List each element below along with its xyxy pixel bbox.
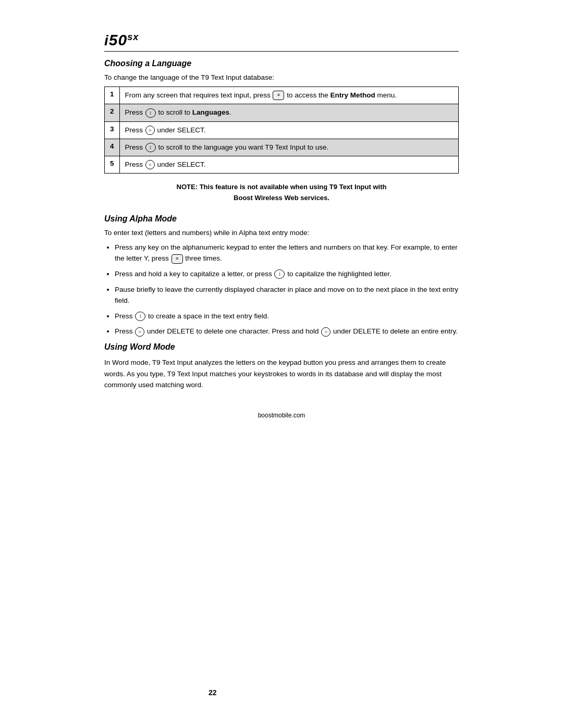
- step-content-1: From any screen that requires text input…: [119, 87, 458, 104]
- title-divider: [104, 51, 459, 52]
- footer-url: boostmobile.com: [258, 412, 305, 419]
- choosing-language-steps: 1 From any screen that requires text inp…: [104, 87, 459, 174]
- choosing-language-section: Choosing a Language To change the langua…: [104, 59, 459, 204]
- word-mode-section: Using Word Mode In Word mode, T9 Text In…: [104, 342, 459, 391]
- footer: boostmobile.com: [104, 412, 459, 419]
- table-row: 4 Press ↕ to scroll to the language you …: [105, 139, 459, 156]
- delete-icon-1: ○: [135, 327, 144, 337]
- list-item: Press and hold a key to capitalize a let…: [115, 268, 459, 280]
- title-i: i: [104, 32, 109, 48]
- table-row: 2 Press ↕ to scroll to Languages.: [105, 104, 459, 121]
- choosing-language-heading: Choosing a Language: [104, 59, 459, 68]
- step-content-5: Press ○ under SELECT.: [119, 156, 458, 174]
- entry-method-icon: ≡: [273, 91, 284, 100]
- space-icon: ↕: [135, 312, 145, 321]
- word-mode-heading: Using Word Mode: [104, 342, 459, 352]
- step-num-4: 4: [105, 139, 120, 156]
- list-item: Press ○ under DELETE to delete one chara…: [115, 326, 459, 337]
- step-num-3: 3: [105, 121, 120, 139]
- table-row: 3 Press ○ under SELECT.: [105, 121, 459, 139]
- list-item: Press any key on the alphanumeric keypad…: [115, 242, 459, 264]
- scroll-icon-4: ↕: [145, 143, 156, 152]
- delete-icon-2: ○: [321, 327, 331, 337]
- step-content-2: Press ↕ to scroll to Languages.: [119, 104, 458, 121]
- select-icon-3: ○: [145, 126, 155, 135]
- select-icon-5: ○: [145, 160, 155, 169]
- scroll-icon-alpha: ↕: [274, 269, 285, 279]
- list-item: Press ↕ to create a space in the text en…: [115, 311, 459, 322]
- step-content-4: Press ↕ to scroll to the language you wa…: [119, 139, 458, 156]
- scroll-icon-2: ↕: [145, 108, 156, 118]
- alpha-mode-intro: To enter text (letters and numbers) whil…: [104, 229, 459, 237]
- title-sx: sx: [127, 32, 139, 42]
- list-item: Pause briefly to leave the currently dis…: [115, 284, 459, 306]
- note-label: NOTE: This feature is not available when…: [177, 183, 387, 202]
- table-row: 1 From any screen that requires text inp…: [105, 87, 459, 104]
- page-number: 22: [209, 688, 217, 697]
- choosing-language-intro: To change the language of the T9 Text In…: [104, 73, 459, 81]
- step-num-1: 1: [105, 87, 120, 104]
- alpha-mode-section: Using Alpha Mode To enter text (letters …: [104, 214, 459, 337]
- step-num-2: 2: [105, 104, 120, 121]
- product-title: i50sx: [104, 31, 459, 49]
- alpha-mode-heading: Using Alpha Mode: [104, 214, 459, 224]
- word-mode-text: In Word mode, T9 Text Input analyzes the…: [104, 357, 459, 391]
- table-row: 5 Press ○ under SELECT.: [105, 156, 459, 174]
- note-block: NOTE: This feature is not available when…: [104, 182, 459, 204]
- title-num: 50: [109, 31, 127, 48]
- step-content-3: Press ○ under SELECT.: [119, 121, 458, 139]
- alpha-mode-bullets: Press any key on the alphanumeric keypad…: [115, 242, 459, 337]
- keypad-icon-alpha: ≡: [172, 254, 183, 264]
- step-num-5: 5: [105, 156, 120, 174]
